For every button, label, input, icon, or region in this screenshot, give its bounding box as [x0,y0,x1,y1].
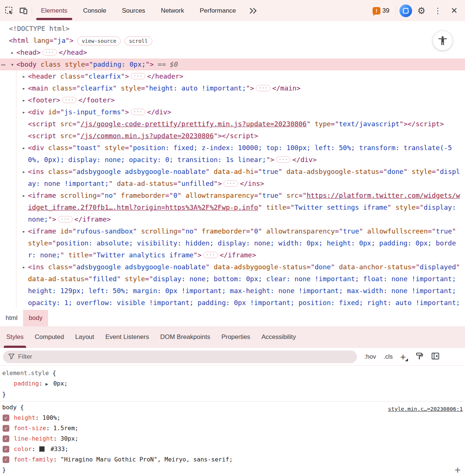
declaration-checkbox[interactable]: ✓ [3,446,9,453]
filter-funnel-icon [8,353,15,360]
tab-event-listeners[interactable]: Event Listeners [100,326,155,348]
device-toolbar-icon[interactable] [16,4,31,18]
dom-row[interactable]: <script src="/js/google-code-prettify/pr… [0,118,465,130]
css-property-name[interactable]: font-family [14,456,53,463]
dom-row[interactable]: ▸<footer>···</footer> [0,94,465,106]
css-declaration[interactable]: ✓color: #333; [0,444,465,454]
devtools-window: ElementsConsoleSourcesNetworkPerformance… [0,0,465,476]
add-rule-button[interactable]: + [455,465,461,475]
pseudo-state-button[interactable]: :hov [364,353,376,360]
style-filter-field[interactable] [3,350,357,363]
chevron-right-icon[interactable]: ▸ [21,142,27,154]
tab-sources[interactable]: Sources [114,0,153,21]
tab-network[interactable]: Network [153,0,192,21]
css-property-value[interactable]: 100%; [39,414,60,421]
css-property-name[interactable]: font-size [14,425,46,432]
chevron-right-icon[interactable]: ▸ [21,190,27,201]
css-property-name[interactable]: line-height [14,435,53,442]
dom-row[interactable]: ▸<div id="js-input_forms">···</div> [0,106,465,118]
css-property-value[interactable]: #333; [47,445,69,453]
expand-ellipsis-button[interactable]: ··· [131,73,145,79]
css-property-name[interactable]: padding [14,380,39,387]
dom-row[interactable]: ▸<ins class="adsbygoogle adsbygoogle-noa… [0,166,465,190]
dom-badge-view-source[interactable]: view-source [77,37,121,45]
row-menu-dots-icon[interactable]: ⋯ [1,58,5,70]
declaration-checkbox[interactable]: ✓ [3,425,9,432]
dom-row[interactable]: ▸<iframe id="rufous-sandbox" scrolling="… [0,225,465,261]
breadcrumb-item-body[interactable]: body [23,310,48,326]
element-classes-button[interactable]: .cls [383,353,393,360]
ai-assistant-button[interactable] [399,4,412,17]
expand-ellipsis-button[interactable]: ··· [62,97,77,103]
chevron-down-icon[interactable]: ▾ [9,58,15,70]
breadcrumb-item-html[interactable]: html [0,310,23,326]
dom-badge-scroll[interactable]: scroll [124,37,152,45]
css-property-value[interactable]: 30px; [57,435,79,442]
css-declaration[interactable]: ✓height: 100%; [0,413,465,423]
close-devtools-icon[interactable]: ✕ [447,4,461,18]
chevron-right-icon[interactable]: ▸ [9,47,15,58]
tab-computed[interactable]: Computed [29,326,69,348]
tab-styles[interactable]: Styles [1,326,29,348]
dom-row[interactable]: ▸<iframe scrolling="no" frameborder="0" … [0,190,465,225]
expand-ellipsis-button[interactable]: ··· [131,109,145,115]
rule-selector-line: element.style { [0,368,465,378]
expand-shorthand-icon[interactable]: ▶ [45,381,48,387]
rule-selector[interactable]: body [2,404,17,411]
dom-row[interactable]: ⋯▾<body class style="padding: 0px;"> == … [0,58,465,70]
console-errors-button[interactable]: ! 39 [370,7,392,15]
css-property-name[interactable]: color [14,445,32,453]
tab-console[interactable]: Console [75,0,114,21]
error-count: 39 [382,7,389,15]
css-property-value[interactable]: 0px; [50,380,67,387]
dom-tree: <!DOCTYPE html><html lang="ja">view-sour… [0,21,465,310]
chevron-right-icon[interactable]: ▸ [21,82,27,94]
more-options-kebab-icon[interactable]: ⋮ [431,4,445,18]
tab-elements[interactable]: Elements [33,0,75,21]
css-declaration[interactable]: ✓line-height: 30px; [0,434,465,444]
expand-ellipsis-button[interactable]: ··· [42,49,57,55]
tab-dom-breakpoints[interactable]: DOM Breakpoints [155,326,216,348]
more-tabs-icon[interactable] [246,4,260,18]
toggle-sidebar-icon[interactable] [431,352,440,362]
dom-row[interactable]: <!DOCTYPE html> [0,23,465,35]
tab-performance[interactable]: Performance [192,0,244,21]
dom-row[interactable]: ▸<div class="toast" style="position: fix… [0,142,465,166]
settings-gear-icon[interactable]: ⚙ [414,4,428,18]
tab-layout[interactable]: Layout [70,326,100,348]
expand-ellipsis-button[interactable]: ··· [276,156,291,163]
dom-row[interactable]: ▸<header class="clearfix">···</header> [0,70,465,82]
css-property-value[interactable]: "Hiragino Maru Gothic ProN", Meiryo, san… [57,456,233,463]
tab-properties[interactable]: Properties [216,326,256,348]
expand-ellipsis-button[interactable]: ··· [256,85,271,91]
expand-ellipsis-button[interactable]: ··· [58,216,73,222]
declaration-checkbox[interactable]: ✓ [3,456,9,463]
chevron-right-icon[interactable]: ▸ [21,261,27,273]
css-property-name[interactable]: height [14,414,35,421]
css-declaration[interactable]: ✓font-size: 1.5rem; [0,423,465,434]
rendering-brush-icon[interactable] [415,352,424,362]
color-swatch[interactable] [39,446,45,452]
new-style-rule-button[interactable]: + [400,352,408,362]
declaration-checkbox[interactable]: ✓ [3,415,9,421]
declaration-checkbox[interactable]: ✓ [3,435,9,442]
css-property-value[interactable]: 1.5rem; [50,425,78,432]
expand-ellipsis-button[interactable]: ··· [203,252,218,258]
expand-ellipsis-button[interactable]: ··· [224,180,238,187]
dom-row[interactable]: <script src="/js/common.min.js?update=20… [0,130,465,142]
css-declaration[interactable]: padding:▶ 0px; [0,378,465,389]
chevron-right-icon[interactable]: ▸ [21,225,27,237]
rule-selector[interactable]: element.style [2,369,49,377]
css-declaration[interactable]: ✓font-family: "Hiragino Maru Gothic ProN… [0,454,465,465]
filter-input[interactable] [18,353,352,361]
chevron-right-icon[interactable]: ▸ [21,94,27,106]
dom-row[interactable]: ▸<ins class="adsbygoogle adsbygoogle-noa… [0,261,465,310]
dom-row[interactable]: ▸<head>···</head> [0,47,465,58]
tab-accessibility[interactable]: Accessibility [256,326,302,348]
dom-row[interactable]: ▸<main class="clearfix" style="height: a… [0,82,465,94]
chevron-right-icon[interactable]: ▸ [21,106,27,118]
chevron-right-icon[interactable]: ▸ [21,166,27,178]
inspect-element-icon[interactable] [2,4,16,18]
chevron-right-icon[interactable]: ▸ [21,70,27,82]
dom-row[interactable]: <html lang="ja">view-sourcescroll [0,35,465,47]
